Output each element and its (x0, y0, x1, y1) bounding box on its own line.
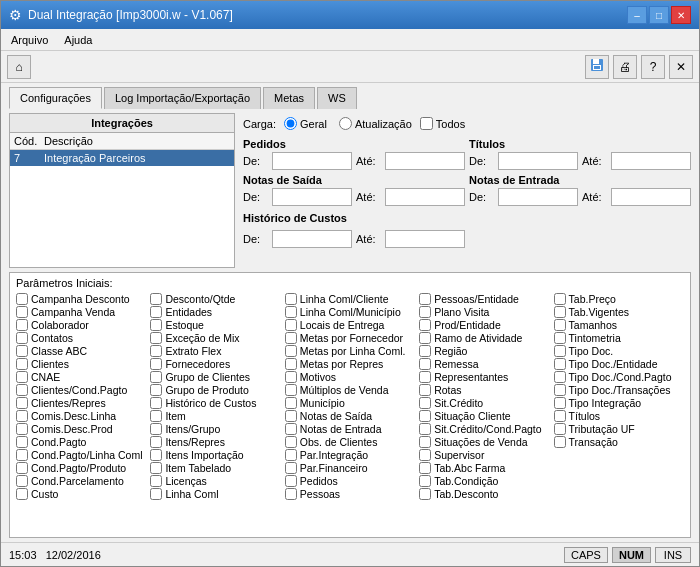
param-item[interactable]: Itens Importação (150, 449, 280, 461)
param-checkbox[interactable] (419, 488, 431, 500)
param-checkbox[interactable] (285, 423, 297, 435)
param-checkbox[interactable] (285, 332, 297, 344)
param-item[interactable]: Tab.Condição (419, 475, 549, 487)
param-checkbox[interactable] (554, 332, 566, 344)
param-checkbox[interactable] (419, 371, 431, 383)
param-checkbox[interactable] (419, 397, 431, 409)
param-item[interactable]: Ramo de Atividade (419, 332, 549, 344)
param-checkbox[interactable] (419, 436, 431, 448)
param-item[interactable]: Pedidos (285, 475, 415, 487)
param-item[interactable]: Colaborador (16, 319, 146, 331)
param-item[interactable]: Tipo Doc./Entidade (554, 358, 684, 370)
param-checkbox[interactable] (285, 436, 297, 448)
titulos-ate-input[interactable] (611, 152, 691, 170)
param-item[interactable]: Cond.Pagto/Produto (16, 462, 146, 474)
param-checkbox[interactable] (285, 384, 297, 396)
param-item[interactable]: Cond.Parcelamento (16, 475, 146, 487)
menu-ajuda[interactable]: Ajuda (58, 32, 98, 48)
tab-log[interactable]: Log Importação/Exportação (104, 87, 261, 109)
param-item[interactable]: Plano Visita (419, 306, 549, 318)
param-checkbox[interactable] (419, 306, 431, 318)
param-checkbox[interactable] (150, 319, 162, 331)
param-checkbox[interactable] (285, 345, 297, 357)
param-item[interactable]: Notas de Saída (285, 410, 415, 422)
notas-entrada-de-input[interactable] (498, 188, 578, 206)
param-checkbox[interactable] (285, 293, 297, 305)
param-checkbox[interactable] (419, 345, 431, 357)
param-item[interactable]: Licenças (150, 475, 280, 487)
param-checkbox[interactable] (16, 488, 28, 500)
param-checkbox[interactable] (16, 475, 28, 487)
tab-ws[interactable]: WS (317, 87, 357, 109)
param-item[interactable]: Tipo Doc./Cond.Pagto (554, 371, 684, 383)
param-checkbox[interactable] (16, 332, 28, 344)
param-item[interactable]: Item (150, 410, 280, 422)
param-item[interactable]: Locais de Entrega (285, 319, 415, 331)
param-item[interactable]: Grupo de Clientes (150, 371, 280, 383)
param-item[interactable]: Obs. de Clientes (285, 436, 415, 448)
param-checkbox[interactable] (285, 397, 297, 409)
param-item[interactable]: Sit.Crédito (419, 397, 549, 409)
param-checkbox[interactable] (554, 345, 566, 357)
param-checkbox[interactable] (150, 384, 162, 396)
param-item[interactable]: Representantes (419, 371, 549, 383)
param-checkbox[interactable] (16, 371, 28, 383)
param-item[interactable]: Cond.Pagto (16, 436, 146, 448)
param-item[interactable]: Campanha Venda (16, 306, 146, 318)
param-checkbox[interactable] (419, 449, 431, 461)
param-item[interactable]: Pessoas (285, 488, 415, 500)
param-item[interactable]: Clientes (16, 358, 146, 370)
param-checkbox[interactable] (150, 345, 162, 357)
param-checkbox[interactable] (150, 371, 162, 383)
param-item[interactable]: Tamanhos (554, 319, 684, 331)
param-item[interactable]: Situações de Venda (419, 436, 549, 448)
historico-ate-input[interactable] (385, 230, 465, 248)
param-item[interactable]: Tab.Desconto (419, 488, 549, 500)
pedidos-ate-input[interactable] (385, 152, 465, 170)
param-checkbox[interactable] (285, 358, 297, 370)
radio-atualizacao[interactable]: Atualização (339, 117, 412, 130)
param-item[interactable]: Metas por Repres (285, 358, 415, 370)
param-checkbox[interactable] (554, 306, 566, 318)
param-item[interactable]: Supervisor (419, 449, 549, 461)
param-item[interactable]: Par.Financeiro (285, 462, 415, 474)
notas-saida-ate-input[interactable] (385, 188, 465, 206)
param-checkbox[interactable] (16, 306, 28, 318)
param-checkbox[interactable] (419, 423, 431, 435)
param-checkbox[interactable] (285, 449, 297, 461)
param-item[interactable]: Transação (554, 436, 684, 448)
param-checkbox[interactable] (16, 384, 28, 396)
tab-metas[interactable]: Metas (263, 87, 315, 109)
close-button[interactable]: ✕ (671, 6, 691, 24)
param-item[interactable]: Linha Coml/Município (285, 306, 415, 318)
param-checkbox[interactable] (16, 319, 28, 331)
param-item[interactable]: Notas de Entrada (285, 423, 415, 435)
param-checkbox[interactable] (150, 462, 162, 474)
todos-checkbox[interactable] (420, 117, 433, 130)
param-item[interactable]: Estoque (150, 319, 280, 331)
param-item[interactable]: Motivos (285, 371, 415, 383)
toolbar-print-button[interactable]: 🖨 (613, 55, 637, 79)
param-item[interactable]: Rotas (419, 384, 549, 396)
param-item[interactable]: Sit.Crédito/Cond.Pagto (419, 423, 549, 435)
param-item[interactable]: Comis.Desc.Linha (16, 410, 146, 422)
param-item[interactable]: Múltiplos de Venda (285, 384, 415, 396)
todos-checkbox-label[interactable]: Todos (420, 117, 465, 130)
param-item[interactable]: Pessoas/Entidade (419, 293, 549, 305)
param-item[interactable] (554, 475, 684, 487)
param-item[interactable]: Exceção de Mix (150, 332, 280, 344)
param-checkbox[interactable] (554, 384, 566, 396)
param-item[interactable] (554, 462, 684, 474)
param-item[interactable]: Itens/Repres (150, 436, 280, 448)
param-checkbox[interactable] (554, 436, 566, 448)
param-checkbox[interactable] (419, 462, 431, 474)
param-checkbox[interactable] (419, 475, 431, 487)
param-item[interactable]: Tipo Doc. (554, 345, 684, 357)
param-item[interactable]: Item Tabelado (150, 462, 280, 474)
param-checkbox[interactable] (16, 423, 28, 435)
param-item[interactable]: Itens/Grupo (150, 423, 280, 435)
param-checkbox[interactable] (419, 410, 431, 422)
param-checkbox[interactable] (16, 293, 28, 305)
titulos-de-input[interactable] (498, 152, 578, 170)
param-item[interactable]: Contatos (16, 332, 146, 344)
